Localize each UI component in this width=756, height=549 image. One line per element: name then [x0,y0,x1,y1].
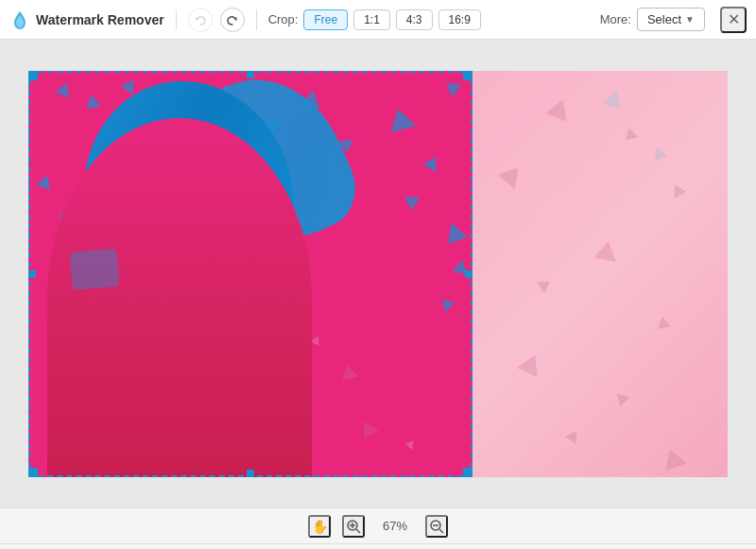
tattoo-area [69,248,119,289]
app-logo-icon [9,9,30,30]
zoom-out-button[interactable] [425,515,448,538]
app-logo: Watermark Remover [9,9,164,30]
left-image [28,71,472,477]
divider2 [256,9,257,30]
svg-line-5 [439,529,443,533]
person-body [47,118,312,477]
redo-icon [227,14,238,26]
zoom-in-button[interactable] [342,515,365,538]
titlebar: Watermark Remover Crop: Free 1:1 4:3 16:… [0,0,756,40]
crop-section: Crop: Free 1:1 4:3 16:9 [268,9,481,30]
chevron-down-icon: ▼ [685,14,695,25]
right-scatter [472,71,728,477]
main-area [0,40,756,507]
select-label: Select [647,12,681,26]
right-image [472,71,728,477]
hand-icon: ✋ [312,519,328,534]
zoom-out-icon [429,519,444,534]
zoom-level: 67% [376,519,414,533]
pan-tool-button[interactable]: ✋ [308,515,331,538]
image-canvas [28,71,728,477]
undo-button[interactable] [188,8,213,32]
app-title: Watermark Remover [36,12,164,27]
svg-line-1 [356,529,360,533]
bottom-bar: New Image Back Save [0,543,756,549]
close-icon: ✕ [728,10,740,28]
more-section: More: Select ▼ [600,8,705,31]
crop-4-3-button[interactable]: 4:3 [396,9,433,30]
crop-label: Crop: [268,12,299,26]
close-button[interactable]: ✕ [720,7,747,33]
zoom-in-icon [346,519,361,534]
divider [176,9,177,30]
select-dropdown[interactable]: Select ▼ [637,8,705,31]
crop-16-9-button[interactable]: 16:9 [438,9,481,30]
crop-free-button[interactable]: Free [303,9,348,30]
redo-button[interactable] [220,8,245,32]
more-label: More: [600,12,631,26]
undo-icon [195,14,206,26]
person-background [28,71,472,477]
zoom-bar: ✋ 67% [0,507,756,543]
crop-1-1-button[interactable]: 1:1 [353,9,390,30]
